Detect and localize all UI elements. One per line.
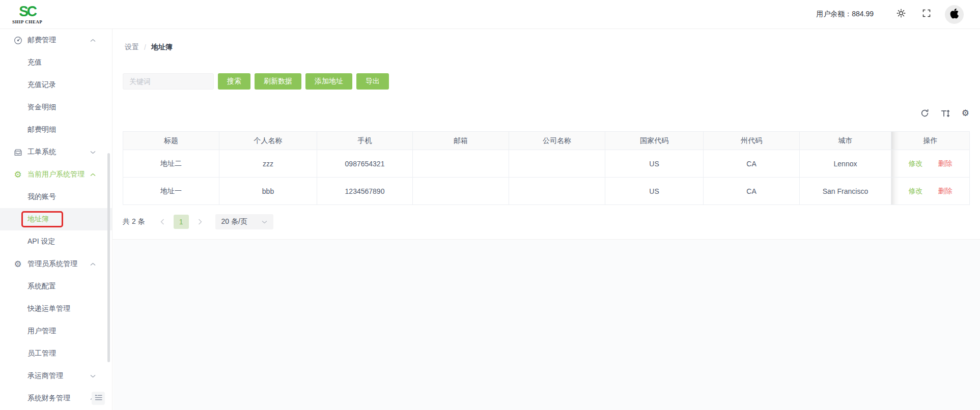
user-avatar[interactable] [945,5,964,24]
sidebar-item-label: 工单系统 [27,148,56,157]
breadcrumb: 设置 / 地址簿 [125,43,173,52]
cell-phone: 1234567890 [317,178,413,205]
table-header-row: 标题 个人名称 手机 邮箱 公司名称 国家代码 州代码 城市 操作 [123,132,970,150]
column-header-name: 个人名称 [219,132,317,150]
table-row: 地址二 zzz 0987654321 US CA Lennox 修改删除 [123,150,970,178]
pagination-total: 共 2 条 [123,217,145,226]
sidebar-item-fund-details[interactable]: 资金明细 [0,96,112,119]
export-button[interactable]: 导出 [356,73,389,90]
sidebar-item-recharge-records[interactable]: 充值记录 [0,74,112,96]
fullscreen-button[interactable] [917,5,936,23]
filter-toolbar: 搜索 刷新数据 添加地址 导出 [123,73,389,90]
chevron-right-icon [198,219,202,225]
apple-logo-icon [949,8,959,21]
sidebar-collapse-button[interactable] [92,392,105,405]
sidebar-item-label: 系统配置 [27,282,56,291]
sidebar-item-staff-management[interactable]: 员工管理 [0,342,112,365]
sidebar-nav: 邮费管理 充值 充值记录 资金明细 邮费明细 工单系统 ⚙ [0,29,113,410]
cell-actions: 修改删除 [891,150,970,178]
chevron-down-icon [90,151,96,154]
chevron-left-icon [160,219,164,225]
menu-fold-icon [95,394,102,403]
sidebar-item-admin-management[interactable]: ⚙ 管理员系统管理 [0,253,112,275]
sidebar-item-api-settings[interactable]: API 设定 [0,230,112,253]
edit-link[interactable]: 修改 [909,159,923,167]
pagination-next-button[interactable] [193,215,207,229]
sidebar-item-label: 地址簿 [27,215,49,224]
sidebar-item-recharge[interactable]: 充值 [0,51,112,74]
sidebar-item-user-management[interactable]: 用户管理 [0,320,112,342]
column-header-country: 国家代码 [605,132,704,150]
column-header-state: 州代码 [704,132,800,150]
user-balance: 用户余额：884.99 [816,10,874,19]
search-button[interactable]: 搜索 [218,73,250,90]
table-toolbar: ⚙ [920,109,969,118]
delete-link[interactable]: 删除 [938,187,953,195]
keyword-input[interactable] [123,73,214,90]
sidebar-item-carrier-management[interactable]: 承运商管理 [0,365,112,387]
user-balance-label: 用户余额： [816,10,852,18]
fullscreen-icon [922,9,931,19]
gear-icon[interactable]: ⚙ [962,109,969,118]
column-header-actions: 操作 [891,132,970,150]
breadcrumb-settings[interactable]: 设置 [125,43,139,52]
pagination-prev-button[interactable] [155,215,170,229]
address-table: 标题 个人名称 手机 邮箱 公司名称 国家代码 州代码 城市 操作 地址二 zz… [123,131,970,205]
sidebar-item-label: 用户管理 [27,327,56,336]
sidebar-item-system-config[interactable]: 系统配置 [0,275,112,298]
add-address-button[interactable]: 添加地址 [305,73,352,90]
refresh-data-button[interactable]: 刷新数据 [255,73,301,90]
chevron-up-icon [90,262,96,266]
cell-company [509,150,605,178]
gear-icon: ⚙ [13,170,22,179]
column-header-email: 邮箱 [413,132,509,150]
header-actions: 用户余额：884.99 [816,5,964,24]
gauge-icon [13,36,22,45]
sidebar-item-label: 我的账号 [27,192,56,201]
cell-name: bbb [219,178,317,205]
column-header-title: 标题 [123,132,219,150]
table-row: 地址一 bbb 1234567890 US CA San Francisco 修… [123,178,970,205]
breadcrumb-address-book[interactable]: 地址簿 [151,43,173,52]
refresh-icon[interactable] [920,109,929,118]
app-logo[interactable]: SC SHIP CHEAP [12,5,42,24]
delete-link[interactable]: 删除 [938,159,953,167]
cell-title: 地址一 [123,178,219,205]
sidebar-item-label: 当前用户系统管理 [27,170,85,179]
edit-link[interactable]: 修改 [909,187,923,195]
sidebar-item-current-user-management[interactable]: ⚙ 当前用户系统管理 [0,163,112,186]
sidebar-item-label: 系统财务管理 [27,394,70,403]
chevron-down-icon [90,374,96,378]
sidebar-scrollbar[interactable] [107,153,110,362]
pagination-page-1[interactable]: 1 [174,215,189,229]
pagination: 共 2 条 1 20 条/页 [123,214,273,229]
sidebar-item-label: 充值记录 [27,80,56,90]
chevron-down-icon [262,220,267,224]
cell-email [413,150,509,178]
sidebar-item-label: 承运商管理 [27,371,63,380]
sidebar-item-waybill-management[interactable]: 快递运单管理 [0,298,112,320]
cell-company [509,178,605,205]
theme-toggle-button[interactable] [892,5,910,23]
cell-city: San Francisco [800,178,891,205]
cell-name: zzz [219,150,317,178]
sidebar-item-label: 管理员系统管理 [27,259,77,269]
cell-state: CA [704,178,800,205]
sidebar-item-postage-management[interactable]: 邮费管理 [0,29,112,51]
sidebar-item-address-book[interactable]: 地址簿 [0,208,112,230]
sidebar-item-label: 员工管理 [27,349,56,358]
cell-city: Lennox [800,150,891,178]
cell-title: 地址二 [123,150,219,178]
cell-country: US [605,178,704,205]
sidebar-item-label: 邮费明细 [27,125,56,134]
cell-email [413,178,509,205]
cell-actions: 修改删除 [891,178,970,205]
text-size-icon[interactable] [941,109,950,118]
sidebar-item-my-account[interactable]: 我的账号 [0,186,112,208]
app-root: SC SHIP CHEAP 用户余额：884.99 [0,0,980,410]
chevron-up-icon [90,39,96,42]
sidebar-item-ticket-system[interactable]: 工单系统 [0,141,112,163]
sidebar-item-label: 充值 [27,58,42,67]
page-size-select[interactable]: 20 条/页 [215,214,273,229]
sidebar-item-postage-details[interactable]: 邮费明细 [0,119,112,141]
